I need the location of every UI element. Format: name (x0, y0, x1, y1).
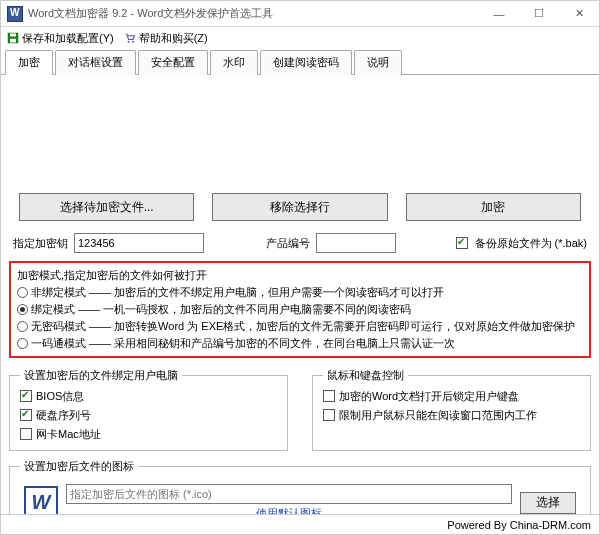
km-legend: 鼠标和键盘控制 (323, 368, 408, 383)
select-files-button[interactable]: 选择待加密文件... (19, 193, 194, 221)
titlebar: Word文档加密器 9.2 - Word文档外发保护首选工具 — ☐ ✕ (1, 1, 599, 27)
radio-icon (17, 287, 28, 298)
window-controls: — ☐ ✕ (485, 4, 593, 24)
svg-rect-1 (10, 39, 16, 43)
disk-icon (7, 32, 19, 44)
mode-title: 加密模式,指定加密后的文件如何被打开 (17, 267, 583, 284)
menu-help-label: 帮助和购买(Z) (139, 31, 208, 46)
mode-opt-nobind[interactable]: 非绑定模式 —— 加密后的文件不绑定用户电脑，但用户需要一个阅读密码才可以打开 (17, 284, 583, 301)
radio-icon (17, 338, 28, 349)
check-icon (323, 409, 335, 421)
tab-security[interactable]: 安全配置 (138, 50, 208, 75)
bind-fieldset: 设置加密后的文件绑定用户电脑 BIOS信息 硬盘序列号 网卡Mac地址 (9, 368, 288, 451)
tab-encrypt[interactable]: 加密 (5, 50, 53, 75)
key-label: 指定加密钥 (13, 236, 68, 251)
icon-row: W 使用默认图标 选择 (20, 480, 580, 514)
encrypt-button[interactable]: 加密 (406, 193, 581, 221)
check-icon (20, 390, 32, 402)
check-icon (456, 237, 468, 249)
maximize-button[interactable]: ☐ (525, 4, 553, 24)
menu-help-buy[interactable]: 帮助和购买(Z) (124, 31, 208, 46)
default-icon-link[interactable]: 使用默认图标 (66, 506, 512, 514)
km-limit-mouse[interactable]: 限制用户鼠标只能在阅读窗口范围内工作 (323, 408, 580, 423)
window-title: Word文档加密器 9.2 - Word文档外发保护首选工具 (28, 6, 485, 21)
menu-save-label: 保存和加载配置(Y) (22, 31, 114, 46)
mode-opt-bind[interactable]: 绑定模式 —— 一机一码授权，加密后的文件不同用户电脑需要不同的阅读密码 (17, 301, 583, 318)
km-lock-kbd[interactable]: 加密的Word文档打开后锁定用户键盘 (323, 389, 580, 404)
radio-icon (17, 304, 28, 315)
word-icon: W (24, 486, 58, 514)
app-window: Word文档加密器 9.2 - Word文档外发保护首选工具 — ☐ ✕ 保存和… (0, 0, 600, 535)
mode-highlight-box: 加密模式,指定加密后的文件如何被打开 非绑定模式 —— 加密后的文件不绑定用户电… (9, 261, 591, 358)
choose-icon-button[interactable]: 选择 (520, 492, 576, 514)
svg-point-4 (132, 41, 134, 43)
km-fieldset: 鼠标和键盘控制 加密的Word文档打开后锁定用户键盘 限制用户鼠标只能在阅读窗口… (312, 368, 591, 451)
menubar: 保存和加载配置(Y) 帮助和购买(Z) (1, 27, 599, 49)
statusbar: Powered By China-DRM.com (1, 514, 599, 534)
radio-icon (17, 321, 28, 332)
app-icon (7, 6, 23, 22)
key-input[interactable] (74, 233, 204, 253)
action-buttons: 选择待加密文件... 移除选择行 加密 (1, 193, 599, 221)
backup-label: 备份原始文件为 (*.bak) (475, 236, 587, 251)
cart-icon (124, 32, 136, 44)
prod-input[interactable] (316, 233, 396, 253)
icon-fieldset: 设置加密后文件的图标 W 使用默认图标 选择 (9, 459, 591, 514)
icon-path-input[interactable] (66, 484, 512, 504)
key-row: 指定加密钥 产品编号 备份原始文件为 (*.bak) (1, 221, 599, 259)
bind-bios[interactable]: BIOS信息 (20, 389, 277, 404)
tab-watermark[interactable]: 水印 (210, 50, 258, 75)
bind-legend: 设置加密后的文件绑定用户电脑 (20, 368, 182, 383)
minimize-button[interactable]: — (485, 4, 513, 24)
prod-label: 产品编号 (266, 236, 310, 251)
bind-hdd[interactable]: 硬盘序列号 (20, 408, 277, 423)
bind-mac[interactable]: 网卡Mac地址 (20, 427, 277, 442)
svg-rect-2 (10, 34, 16, 37)
footer-text: Powered By China-DRM.com (447, 519, 591, 531)
tab-dialog[interactable]: 对话框设置 (55, 50, 136, 75)
check-icon (323, 390, 335, 402)
tab-about[interactable]: 说明 (354, 50, 402, 75)
check-icon (20, 409, 32, 421)
icon-legend: 设置加密后文件的图标 (20, 459, 138, 474)
file-list-area (1, 75, 599, 193)
tab-content: 选择待加密文件... 移除选择行 加密 指定加密钥 产品编号 备份原始文件为 (… (1, 75, 599, 514)
svg-point-3 (127, 41, 129, 43)
tab-create-pwd[interactable]: 创建阅读密码 (260, 50, 352, 75)
mode-opt-onecode[interactable]: 一码通模式 —— 采用相同秘钥和产品编号加密的不同文件，在同台电脑上只需认证一次 (17, 335, 583, 352)
two-column: 设置加密后的文件绑定用户电脑 BIOS信息 硬盘序列号 网卡Mac地址 鼠标和键… (1, 364, 599, 455)
menu-save-config[interactable]: 保存和加载配置(Y) (7, 31, 114, 46)
close-button[interactable]: ✕ (565, 4, 593, 24)
remove-row-button[interactable]: 移除选择行 (212, 193, 387, 221)
backup-checkbox[interactable]: 备份原始文件为 (*.bak) (456, 236, 587, 251)
tabbar: 加密 对话框设置 安全配置 水印 创建阅读密码 说明 (1, 49, 599, 75)
mode-opt-nopwd[interactable]: 无密码模式 —— 加密转换Word 为 EXE格式，加密后的文件无需要开启密码即… (17, 318, 583, 335)
check-icon (20, 428, 32, 440)
